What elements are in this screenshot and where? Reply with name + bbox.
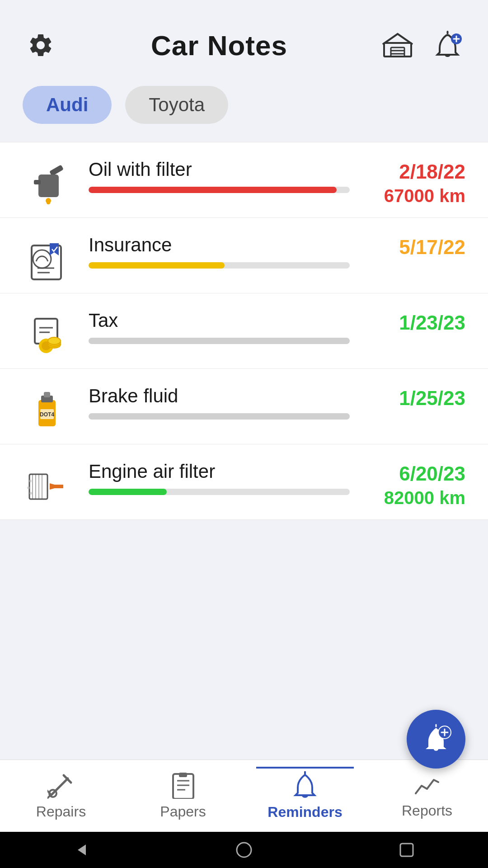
reminder-content-brake-fluid: Brake fluid xyxy=(89,385,350,420)
reminder-date-wrap-insurance: 5/17/22 xyxy=(366,234,465,259)
reminder-name-insurance: Insurance xyxy=(89,234,350,256)
bottom-navigation: Repairs Papers Reminders Reports xyxy=(0,760,488,832)
progress-fill-oil xyxy=(89,187,337,193)
reminder-name-oil: Oil with filter xyxy=(89,159,350,180)
svg-text:DOT4: DOT4 xyxy=(40,411,54,418)
progress-fill-tax xyxy=(89,338,350,344)
nav-label-repairs: Repairs xyxy=(36,803,86,820)
svg-point-12 xyxy=(47,202,50,204)
reminder-date-wrap-oil: 2/18/22 67000 km xyxy=(366,159,465,206)
svg-point-55 xyxy=(237,843,251,857)
engine-air-filter-icon xyxy=(23,461,72,510)
reminders-list: Oil with filter 2/18/22 67000 km Insuran… xyxy=(0,142,488,520)
garage-button[interactable] xyxy=(380,27,416,63)
svg-rect-39 xyxy=(50,485,63,488)
add-reminder-header-button[interactable] xyxy=(429,27,465,63)
progress-bar-insurance xyxy=(89,262,350,269)
fab-add-reminder[interactable] xyxy=(407,710,465,769)
reminder-item-brake-fluid[interactable]: DOT4 Brake fluid 1/25/23 xyxy=(0,369,488,444)
nav-label-papers: Papers xyxy=(160,803,206,820)
svg-rect-10 xyxy=(34,180,41,184)
progress-fill-insurance xyxy=(89,262,225,269)
reminder-item-tax[interactable]: Tax 1/23/23 xyxy=(0,293,488,369)
svg-marker-54 xyxy=(78,844,86,855)
reminder-name-brake-fluid: Brake fluid xyxy=(89,385,350,407)
reminder-date-brake-fluid: 1/25/23 xyxy=(399,387,465,410)
tab-audi[interactable]: Audi xyxy=(23,86,112,124)
system-navigation xyxy=(0,832,488,868)
reminder-content-tax: Tax xyxy=(89,310,350,344)
svg-point-24 xyxy=(48,337,61,344)
reminder-item-oil[interactable]: Oil with filter 2/18/22 67000 km xyxy=(0,142,488,218)
oil-icon xyxy=(23,159,72,208)
progress-bar-oil xyxy=(89,187,350,193)
car-tabs: Audi Toyota xyxy=(0,77,488,142)
reminder-date-insurance: 5/17/22 xyxy=(399,236,465,259)
progress-bar-brake-fluid xyxy=(89,413,350,420)
svg-rect-9 xyxy=(38,175,59,197)
svg-rect-27 xyxy=(44,392,50,397)
progress-fill-brake-fluid xyxy=(89,413,350,420)
svg-point-36 xyxy=(27,486,30,489)
svg-point-37 xyxy=(29,492,32,495)
app-title: Car Notes xyxy=(59,29,380,61)
reminder-item-engine-air-filter[interactable]: Engine air filter 6/20/23 82000 km xyxy=(0,444,488,520)
nav-label-reports: Reports xyxy=(402,802,452,819)
recent-apps-button[interactable] xyxy=(391,834,422,866)
reminder-date-engine-air-filter: 6/20/23 xyxy=(399,462,465,485)
svg-rect-52 xyxy=(179,773,187,777)
tax-icon xyxy=(23,310,72,359)
reminder-date-wrap-brake-fluid: 1/25/23 xyxy=(366,385,465,410)
svg-rect-48 xyxy=(173,774,193,799)
svg-line-46 xyxy=(51,778,68,795)
brake-fluid-icon: DOT4 xyxy=(23,385,72,435)
nav-item-papers[interactable]: Papers xyxy=(122,767,244,825)
reminder-date-oil: 2/18/22 xyxy=(399,160,465,183)
reminder-item-insurance[interactable]: Insurance 5/17/22 xyxy=(0,218,488,293)
progress-bar-tax xyxy=(89,338,350,344)
tab-toyota[interactable]: Toyota xyxy=(125,86,228,124)
nav-item-reports[interactable]: Reports xyxy=(366,769,488,824)
svg-point-35 xyxy=(29,480,32,482)
header-actions xyxy=(380,27,465,63)
nav-item-repairs[interactable]: Repairs xyxy=(0,767,122,825)
settings-button[interactable] xyxy=(23,27,59,63)
svg-rect-8 xyxy=(49,165,64,176)
reminder-content-engine-air-filter: Engine air filter xyxy=(89,461,350,495)
svg-point-14 xyxy=(33,250,51,268)
header: Car Notes xyxy=(0,0,488,77)
svg-rect-1 xyxy=(391,47,404,57)
reminder-content-oil: Oil with filter xyxy=(89,159,350,193)
reminder-date-wrap-engine-air-filter: 6/20/23 82000 km xyxy=(366,461,465,508)
reminder-date-wrap-tax: 1/23/23 xyxy=(366,310,465,334)
reminder-km-oil: 67000 km xyxy=(384,186,465,206)
insurance-icon xyxy=(23,234,72,284)
reminder-name-tax: Tax xyxy=(89,310,350,331)
progress-fill-engine-air-filter xyxy=(89,489,167,495)
home-button[interactable] xyxy=(228,834,260,866)
reminder-date-tax: 1/23/23 xyxy=(399,311,465,334)
reminder-km-engine-air-filter: 82000 km xyxy=(384,488,465,508)
reminder-name-engine-air-filter: Engine air filter xyxy=(89,461,350,482)
back-button[interactable] xyxy=(66,834,97,866)
nav-label-reminders: Reminders xyxy=(267,804,342,821)
svg-rect-56 xyxy=(400,844,413,856)
reminder-content-insurance: Insurance xyxy=(89,234,350,269)
nav-item-reminders[interactable]: Reminders xyxy=(244,767,366,825)
progress-bar-engine-air-filter xyxy=(89,489,350,495)
